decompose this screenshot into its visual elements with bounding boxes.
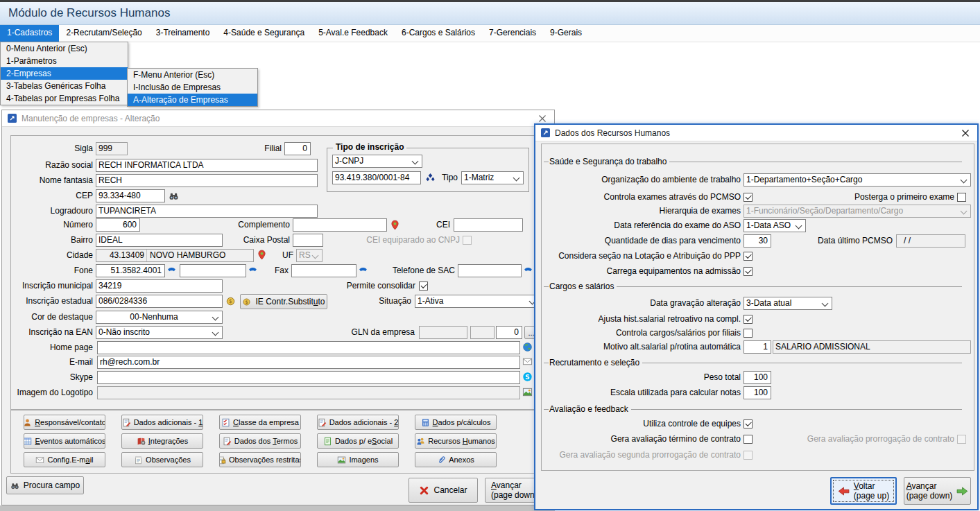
equipamentos-checkbox[interactable] — [743, 267, 753, 276]
close-icon[interactable] — [959, 129, 972, 137]
inscricao-municipal-input[interactable]: 34219 — [96, 279, 223, 293]
cei-input[interactable] — [454, 218, 523, 232]
inscricao-estadual-coin-icon[interactable] — [225, 296, 236, 306]
numero-input[interactable]: 600 — [96, 218, 140, 232]
submenu-item-inclusao[interactable]: I-Inclusão de Empresas — [128, 81, 257, 94]
imagens-button[interactable]: Imagens — [317, 452, 399, 467]
dados-calculos-button[interactable]: Dados p/cálculos — [415, 415, 497, 430]
globe-icon[interactable] — [522, 342, 533, 352]
inscricao-ean-select[interactable]: 0-Não inscrito — [96, 326, 223, 339]
menu-item-tabelas-empresas[interactable]: 4-Tabelas por Empresas Folha — [1, 92, 128, 105]
motivo-codigo-input[interactable]: 1 — [743, 340, 771, 354]
map-pin-icon[interactable] — [390, 220, 400, 230]
escala-label: Escala utilizada para calcular notas — [541, 386, 741, 399]
observacoes-button[interactable]: Observações — [121, 452, 203, 467]
escala-input[interactable]: 100 — [743, 386, 771, 399]
caixa-postal-input[interactable] — [293, 234, 323, 247]
cancelar-button[interactable]: Cancelar — [409, 478, 478, 503]
image-icon[interactable] — [522, 387, 533, 397]
menu-item-parametros[interactable]: 1-Parâmetros — [1, 55, 128, 67]
menu-item-empresas[interactable]: 2-Empresas — [1, 67, 128, 80]
button-label: Config.E-mail — [47, 456, 93, 464]
skype-icon[interactable] — [522, 372, 533, 382]
receita-federal-icon[interactable] — [425, 173, 436, 183]
menu-cargos-salarios[interactable]: 6-Cargos e Salários — [395, 25, 482, 42]
fone-input[interactable]: 51.3582.4001 — [96, 264, 165, 277]
fax-label: Fax — [236, 264, 289, 277]
submenu-item-alteracao[interactable]: A-Alteração de Empresas — [128, 94, 257, 106]
fax-phone-icon[interactable] — [358, 266, 368, 276]
home-page-input[interactable] — [97, 341, 520, 354]
peso-total-input[interactable]: 100 — [743, 371, 771, 384]
dados-adicionais-1-button[interactable]: Dados adicionais - 1 — [121, 415, 203, 430]
sac-phone-icon[interactable] — [523, 266, 533, 276]
skype-input[interactable] — [97, 371, 520, 384]
nome-fantasia-input[interactable]: RECH — [96, 174, 318, 187]
button-label: Responsável/contato — [35, 418, 105, 426]
razao-social-input[interactable]: RECH INFORMATICA LTDA — [96, 159, 318, 172]
menu-item-menu-anterior[interactable]: 0-Menu Anterior (Esc) — [1, 42, 128, 55]
group-legend-label: Saúde e Segurança do trabalho — [549, 157, 669, 166]
ajusta-hist-checkbox[interactable] — [743, 315, 753, 324]
sigla-input[interactable]: 999 — [96, 142, 128, 155]
bairro-label: Bairro — [3, 234, 93, 247]
filial-input[interactable]: 0 — [284, 142, 311, 155]
dados-esocial-button[interactable]: Dados p/ eSocial — [317, 433, 399, 449]
menu-treinamento[interactable]: 3-Treinamento — [149, 25, 217, 42]
email-input[interactable]: rh@rech.com.br — [97, 356, 520, 369]
organizacao-select[interactable]: 1-Departamento+Seção+Cargo — [743, 173, 971, 187]
menu-gerais[interactable]: 9-Gerais — [543, 25, 589, 42]
cep-input[interactable]: 93.334-480 — [96, 189, 165, 202]
menu-cadastros[interactable]: 1-Cadastros — [0, 25, 59, 42]
config-email-button[interactable]: Config.E-mail — [24, 452, 105, 467]
avaliacao-termino-checkbox[interactable] — [743, 435, 753, 444]
posterga-checkbox[interactable] — [957, 193, 966, 202]
avancar-button-rh[interactable]: Avançar (page down) — [904, 477, 971, 505]
tipo-matriz-select[interactable]: 1-Matriz — [461, 171, 524, 184]
close-icon[interactable] — [536, 114, 549, 123]
dados-termos-button[interactable]: Dados dos Termos — [219, 433, 301, 449]
permite-consolidar-checkbox[interactable] — [419, 282, 428, 291]
menu-aval-feedback[interactable]: 5-Aval.e Feedback — [311, 25, 395, 42]
telefone-sac-input[interactable] — [458, 264, 522, 277]
cidade-nome: NOVO HAMBURGO — [150, 250, 225, 260]
controle-equipes-checkbox[interactable] — [743, 419, 753, 428]
integracoes-button[interactable]: Integrações — [121, 433, 203, 449]
cidade-map-pin-icon[interactable] — [257, 250, 267, 260]
cep-search-binoculars-icon[interactable] — [169, 191, 179, 201]
ie-contr-substituto-button[interactable]: IE Contr.Substituto — [240, 294, 327, 309]
controla-pcmso-checkbox[interactable] — [743, 193, 753, 202]
eventos-automaticos-button[interactable]: Eventos automáticos — [24, 433, 105, 449]
controla-filiais-checkbox[interactable] — [743, 329, 753, 338]
observacoes-restritas-button[interactable]: Observações restritas — [219, 452, 301, 467]
classe-empresa-button[interactable]: Classe da empresa — [219, 415, 301, 430]
situacao-select[interactable]: 1-Ativa — [415, 295, 540, 308]
procura-campo-button[interactable]: Procura campo — [6, 476, 84, 494]
menu-gerenciais[interactable]: 7-Gerenciais — [482, 25, 543, 42]
dados-adicionais-2-button[interactable]: Dados adicionais - 2 — [317, 415, 399, 430]
responsavel-contato-button[interactable]: Responsável/contato — [24, 415, 105, 430]
gln-digito-input[interactable]: 0 — [496, 326, 522, 339]
submenu-item-menu-anterior[interactable]: F-Menu Anterior (Esc) — [128, 69, 257, 81]
tipo-documento-select[interactable]: J-CNPJ — [332, 155, 422, 168]
menu-recrutam-selecao[interactable]: 2-Recrutam/Seleção — [59, 25, 148, 42]
menu-saude-seguranca[interactable]: 4-Saúde e Segurança — [216, 25, 311, 42]
cnpj-input[interactable]: 93.419.380/0001-84 — [332, 171, 421, 184]
inscricao-estadual-input[interactable]: 086/0284336 — [96, 295, 223, 308]
cidade-label: Cidade — [3, 249, 93, 262]
anexos-button[interactable]: Anexos — [415, 452, 497, 467]
ppp-checkbox[interactable] — [743, 252, 753, 261]
data-gravacao-select[interactable]: 3-Data atual — [743, 297, 832, 310]
voltar-button[interactable]: Voltar (page up) — [830, 477, 897, 505]
fone-phone-icon[interactable] — [166, 266, 177, 276]
cor-destaque-select[interactable]: 00-Nenhuma — [96, 311, 223, 324]
complemento-input[interactable] — [293, 218, 387, 232]
avancar-label: Avançar — [491, 480, 538, 490]
recursos-humanos-button[interactable]: Recursos Humanos — [415, 433, 497, 449]
envelope-icon[interactable] — [522, 356, 533, 367]
logradouro-input[interactable]: TUPANCIRETA — [96, 205, 318, 218]
razao-social-label: Razão social — [3, 159, 93, 172]
menu-item-tabelas-genericas[interactable]: 3-Tabelas Genéricas Folha — [1, 80, 128, 92]
data-aso-select[interactable]: 1-Data ASO — [743, 219, 806, 232]
fax-input[interactable] — [291, 264, 356, 277]
